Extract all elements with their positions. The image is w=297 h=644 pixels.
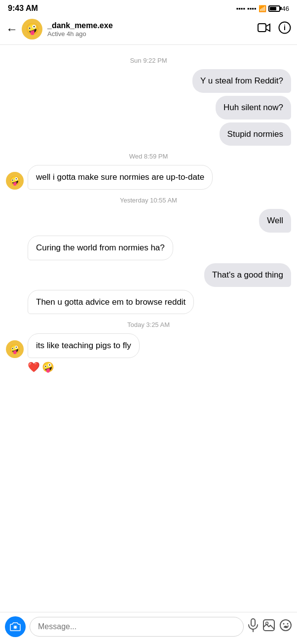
contact-avatar[interactable]: 🤪 [22,19,42,40]
contact-name[interactable]: _dank_meme.exe [47,21,258,30]
message-bubble: Then u gotta advice em to browse reddit [28,290,194,315]
input-bar [0,612,297,644]
svg-rect-5 [251,619,255,626]
sender-avatar: 🤪 [6,340,24,358]
signal-icon-2: ▪▪▪▪ [247,5,256,12]
message-bubble: Y u steal from Reddit? [192,69,291,93]
chat-header: ← 🤪 _dank_meme.exe Active 4h ago i [0,15,297,45]
svg-point-11 [287,623,289,625]
svg-text:i: i [284,24,286,32]
sender-avatar: 🤪 [6,172,24,190]
timestamp-sun: Sun 9:22 PM [6,57,291,64]
message-bubble: That's a good thing [204,263,291,287]
status-time: 9:43 AM [8,4,38,13]
reaction-heart: ❤️ [28,361,40,373]
header-actions: i [258,21,291,37]
battery-icon [268,5,280,12]
message-row: That's a good thing [6,263,291,287]
message-bubble: its like teaching pigs to fly [28,333,140,358]
message-row: 🤪 Then u gotta advice em to browse reddi… [6,290,291,315]
status-icons: ▪▪▪▪ ▪▪▪▪ 📶 46 [236,5,289,12]
message-bubble: Well [259,209,291,233]
back-button[interactable]: ← [6,20,22,38]
timestamp-today: Today 3:25 AM [6,321,291,328]
battery-label: 46 [282,5,289,12]
chat-area: Sun 9:22 PM Y u steal from Reddit? Huh s… [0,45,297,612]
svg-rect-0 [258,24,266,32]
sticker-icon[interactable] [279,619,292,635]
signal-icon: ▪▪▪▪ [236,5,245,12]
wifi-icon: 📶 [259,5,266,12]
svg-point-10 [283,623,285,625]
camera-button[interactable] [5,616,26,637]
reaction-emoji: 🤪 [42,361,54,373]
message-bubble: Curing the world from normies ha? [28,236,173,260]
timestamp-yesterday: Yesterday 10:55 AM [6,197,291,204]
contact-status: Active 4h ago [47,30,258,38]
message-row: 🤪 well i gotta make sure normies are up-… [6,165,291,190]
message-row: Well [6,209,291,233]
message-row: 🤪 Curing the world from normies ha? [6,236,291,260]
message-bubble: well i gotta make sure normies are up-to… [28,165,213,190]
message-row: Y u steal from Reddit? [6,69,291,93]
message-row: Huh silent now? [6,96,291,120]
svg-point-9 [280,620,291,631]
contact-info: _dank_meme.exe Active 4h ago [47,21,258,38]
reactions-row: ❤️ 🤪 [28,361,291,373]
status-bar: 9:43 AM ▪▪▪▪ ▪▪▪▪ 📶 46 [0,0,297,15]
message-input[interactable] [30,617,244,637]
timestamp-wed: Wed 8:59 PM [6,153,291,160]
video-call-button[interactable] [258,23,270,36]
message-bubble: Stupid normies [220,122,291,146]
microphone-icon[interactable] [248,618,259,635]
svg-point-4 [14,626,17,629]
image-icon[interactable] [262,619,275,635]
message-row: Stupid normies [6,122,291,146]
message-bubble: Huh silent now? [216,96,291,120]
info-button[interactable]: i [278,21,291,37]
message-row: 🤪 its like teaching pigs to fly [6,333,291,358]
